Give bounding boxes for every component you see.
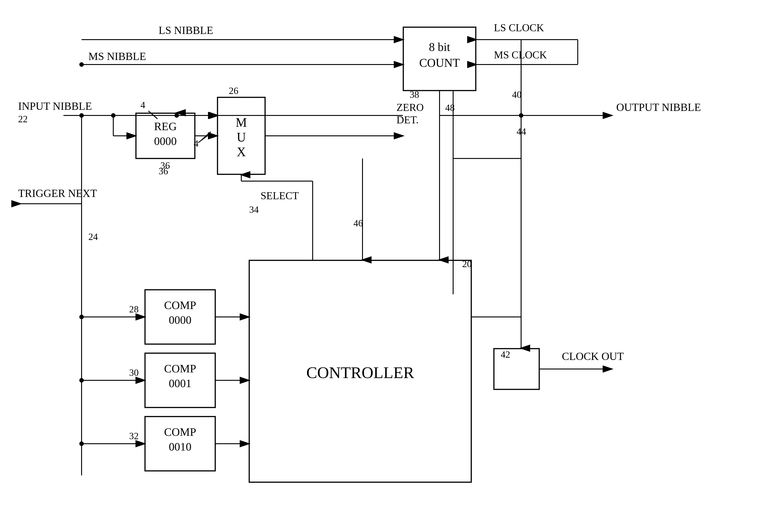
svg-text:REG: REG [154,120,177,133]
svg-text:MS CLOCK: MS CLOCK [494,49,547,61]
svg-text:X: X [237,145,246,159]
svg-text:4: 4 [140,100,145,110]
svg-text:46: 46 [353,218,363,228]
svg-text:0001: 0001 [169,377,191,390]
svg-text:U: U [237,130,246,144]
svg-text:INPUT NIBBLE: INPUT NIBBLE [18,100,92,112]
svg-text:LS NIBBLE: LS NIBBLE [158,24,213,36]
svg-text:0000: 0000 [154,135,177,147]
svg-text:22: 22 [18,114,28,124]
svg-text:ZERO: ZERO [396,102,424,113]
svg-line-38 [148,111,157,119]
svg-text:0010: 0010 [169,440,191,453]
svg-text:38: 38 [410,89,419,100]
svg-text:28: 28 [129,304,139,314]
svg-text:26: 26 [229,86,238,96]
svg-point-105 [519,113,523,118]
svg-text:COMP: COMP [164,362,196,375]
svg-text:LS CLOCK: LS CLOCK [494,22,544,34]
svg-text:36: 36 [160,160,170,171]
svg-text:40: 40 [512,89,521,100]
svg-text:COMP: COMP [164,299,196,312]
svg-text:24: 24 [88,232,98,242]
svg-text:8 bit: 8 bit [429,41,450,53]
svg-text:20: 20 [462,259,472,269]
svg-text:OUTPUT NIBBLE: OUTPUT NIBBLE [616,101,701,113]
svg-text:30: 30 [129,367,139,378]
diagram-svg: 8 bit COUNT M U X REG 0000 COMP 0000 COM… [0,0,771,532]
circuit-diagram: 8 bit COUNT M U X REG 0000 COMP 0000 COM… [0,0,771,532]
svg-text:4: 4 [194,138,199,149]
svg-text:CONTROLLER: CONTROLLER [306,364,414,382]
svg-text:34: 34 [249,204,259,215]
svg-text:42: 42 [501,349,510,360]
svg-text:DET.: DET. [396,114,419,126]
svg-text:TRIGGER NEXT: TRIGGER NEXT [18,187,97,199]
svg-text:44: 44 [516,126,526,137]
svg-text:MS NIBBLE: MS NIBBLE [88,50,146,62]
svg-text:CLOCK OUT: CLOCK OUT [562,350,624,362]
svg-text:0000: 0000 [169,314,191,326]
svg-text:SELECT: SELECT [261,190,299,201]
svg-text:COUNT: COUNT [419,56,460,69]
svg-text:COMP: COMP [164,426,196,438]
svg-text:M: M [236,115,247,129]
svg-text:32: 32 [129,431,139,441]
